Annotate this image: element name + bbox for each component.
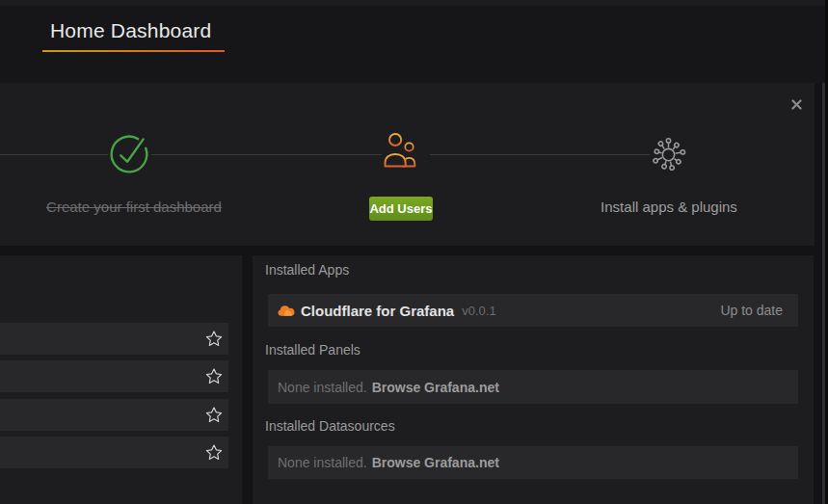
plugin-network-icon bbox=[651, 136, 686, 172]
dashboard-list-panel bbox=[0, 255, 242, 504]
dashboard-list-row[interactable] bbox=[0, 437, 228, 468]
dashboard-list-row[interactable] bbox=[0, 360, 228, 392]
close-onboarding-button[interactable] bbox=[788, 96, 804, 112]
plugins-panel: Installed Apps Cloudflare for Grafana v0… bbox=[253, 255, 814, 504]
top-nav: Home Dashboard bbox=[0, 0, 828, 83]
none-installed-text: None installed. bbox=[278, 380, 367, 395]
installed-panels-title: Installed Panels bbox=[265, 342, 361, 358]
installed-app-row[interactable]: Cloudflare for Grafana v0.0.1 Up to date bbox=[268, 294, 798, 327]
step-install-plugins[interactable]: Install apps & plugins bbox=[573, 199, 765, 217]
app-name[interactable]: Cloudflare for Grafana bbox=[301, 303, 454, 319]
step-connector-line bbox=[430, 154, 650, 155]
step-connector-line bbox=[151, 154, 382, 155]
installed-datasources-title: Installed Datasources bbox=[265, 418, 395, 434]
check-circle-icon bbox=[108, 133, 150, 175]
step-create-dashboard[interactable]: Create your first dashboard bbox=[38, 199, 230, 217]
star-icon[interactable] bbox=[204, 405, 224, 424]
onboarding-panel: Create your first dashboard Add Users bbox=[0, 83, 815, 246]
star-icon[interactable] bbox=[204, 366, 224, 385]
installed-apps-title: Installed Apps bbox=[265, 262, 349, 278]
dashboard-list-row[interactable] bbox=[0, 399, 228, 431]
app-version: v0.0.1 bbox=[462, 304, 495, 318]
step-connector-line bbox=[0, 154, 108, 155]
browse-grafana-link[interactable]: Browse Grafana.net bbox=[372, 455, 499, 470]
star-icon[interactable] bbox=[204, 329, 224, 348]
none-installed-text: None installed. bbox=[278, 455, 367, 470]
cloudflare-icon bbox=[278, 305, 295, 316]
app-update-status: Up to date bbox=[720, 303, 783, 318]
no-datasources-row: None installed. Browse Grafana.net bbox=[268, 446, 798, 479]
add-users-button[interactable]: Add Users bbox=[369, 197, 433, 221]
users-icon bbox=[383, 131, 418, 170]
title-underline bbox=[42, 50, 225, 52]
star-icon[interactable] bbox=[204, 442, 224, 462]
dashboard-list-row[interactable] bbox=[0, 323, 228, 355]
page-title[interactable]: Home Dashboard bbox=[50, 19, 211, 42]
top-nav-highlight bbox=[0, 0, 828, 6]
close-icon bbox=[791, 99, 802, 110]
browse-grafana-link[interactable]: Browse Grafana.net bbox=[372, 380, 499, 395]
no-panels-row: None installed. Browse Grafana.net bbox=[268, 370, 798, 404]
grafana-home-screen: Home Dashboard Create your first dashboa… bbox=[0, 0, 828, 504]
